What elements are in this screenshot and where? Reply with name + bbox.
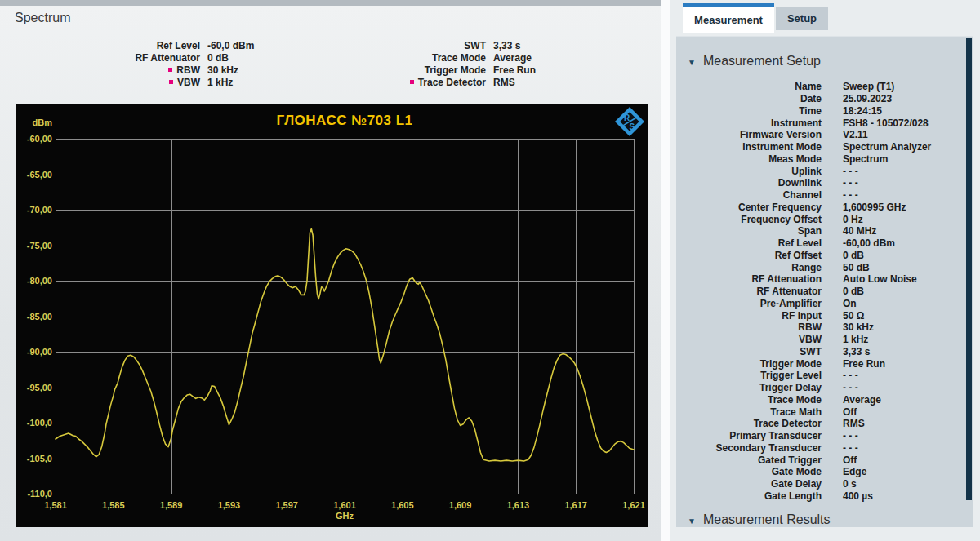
svg-text:-70,00: -70,00 [27, 205, 52, 215]
svg-text:-110,0: -110,0 [27, 489, 52, 499]
setup-row-label: Instrument Mode [676, 141, 822, 153]
section-header-measurement-results[interactable]: ▼ Measurement Results [688, 512, 831, 527]
setup-row-label: Frequency Offset [676, 214, 822, 225]
param-label: VBW [177, 77, 200, 88]
svg-text:-100,0: -100,0 [27, 418, 52, 428]
tab-setup-label: Setup [787, 12, 817, 24]
svg-text:1,597: 1,597 [275, 500, 298, 510]
section-title: Measurement Setup [703, 54, 821, 69]
header-param-row: Trace ModeAverage [351, 51, 536, 64]
setup-row-label: Gated Trigger [676, 455, 822, 466]
header-param-row: RF Attenuator0 dB [65, 51, 254, 64]
setup-row-value: 50 dB [843, 262, 870, 273]
setup-row-label: Trace Detector [676, 418, 822, 429]
pane-divider [662, 0, 670, 541]
setup-row: Date25.09.2023 [676, 93, 964, 105]
setup-row: SWT3,33 s [676, 346, 964, 358]
svg-text:1,601: 1,601 [333, 500, 356, 510]
svg-text:-85,00: -85,00 [27, 312, 52, 321]
setup-row-label: Uplink [676, 166, 822, 177]
header-param-row: RBW30 kHz [65, 64, 254, 76]
setup-row-label: Pre-Amplifier [676, 298, 822, 309]
setup-row: Center Frequency1,600995 GHz [676, 202, 964, 214]
setup-row-value: 50 Ω [843, 310, 864, 321]
setup-row-label: Channel [676, 189, 822, 201]
setup-row-label: Firmware Version [676, 129, 822, 140]
setup-row: Primary Transducer- - - [676, 430, 964, 442]
setup-row-label: Trace Mode [676, 394, 822, 406]
setup-row-label: Ref Level [676, 237, 822, 249]
header-param-row: VBW1 kHz [65, 76, 254, 88]
setup-row-value: 0 Hz [843, 214, 863, 225]
setup-row-value: 40 MHz [843, 225, 876, 237]
section-header-measurement-setup[interactable]: ▼ Measurement Setup [688, 54, 821, 69]
svg-text:-95,00: -95,00 [27, 383, 52, 392]
setup-row: Frequency Offset0 Hz [676, 213, 964, 225]
param-value: -60,0 dBm [207, 40, 254, 51]
setup-row: Pre-AmplifierOn [676, 298, 964, 310]
setup-row-value: Off [843, 406, 857, 418]
setup-row-value: - - - [843, 382, 858, 393]
setup-row-value: 0 dB [843, 286, 864, 297]
header-param-row: SWT3,33 s [351, 39, 536, 51]
svg-text:1,609: 1,609 [449, 500, 472, 510]
param-value: Free Run [493, 64, 536, 76]
param-value: 3,33 s [493, 40, 520, 51]
tab-measurement-label: Measurement [694, 14, 763, 26]
spectrum-plot: ГЛОНАСС №703 L1 dBm GHz -60,00-65,00-70,… [16, 104, 648, 527]
setup-row: Ref Level-60,00 dBm [676, 237, 964, 250]
section-title: Measurement Results [703, 512, 831, 527]
setup-row-label: RF Input [676, 310, 822, 321]
setup-row-label: Trigger Mode [676, 358, 822, 370]
setup-row-value: -60,00 dBm [843, 237, 895, 249]
collapse-triangle-icon[interactable]: ▼ [688, 58, 696, 67]
collapse-triangle-icon[interactable]: ▼ [688, 517, 696, 525]
setup-row-value: Off [843, 455, 857, 466]
param-label: Trigger Mode [425, 64, 486, 76]
param-label: RBW [176, 64, 200, 76]
setup-row: Trace DetectorRMS [676, 418, 964, 430]
setup-row-value: 18:24:15 [843, 105, 882, 117]
tab-setup[interactable]: Setup [776, 7, 828, 30]
window-top-strip [0, 0, 663, 6]
setup-row-value: 400 µs [843, 490, 873, 502]
setup-row: Channel- - - [676, 189, 964, 202]
spectrum-plot-svg: -60,00-65,00-70,00-75,00-80,00-85,00-90,… [16, 104, 648, 527]
setup-row: Trace ModeAverage [676, 394, 964, 406]
svg-text:R: R [624, 113, 630, 122]
measurement-setup-rows: NameSweep (T1)Date25.09.2023Time18:24:15… [676, 81, 964, 502]
svg-text:1,581: 1,581 [44, 500, 67, 510]
trace-marker-icon [169, 80, 173, 84]
setup-row-value: Spectrum Analyzer [843, 141, 931, 153]
setup-row-value: RMS [843, 418, 865, 429]
svg-text:-60,00: -60,00 [27, 134, 52, 144]
setup-row-label: Secondary Transducer [676, 442, 822, 454]
header-params-right: SWT3,33 sTrace ModeAverageTrigger ModeFr… [351, 39, 536, 88]
setup-row: NameSweep (T1) [676, 81, 964, 93]
header-params-left: Ref Level-60,0 dBmRF Attenuator0 dBRBW30… [65, 39, 254, 88]
param-value: 1 kHz [207, 77, 233, 88]
setup-row: Gate Delay0 s [676, 478, 964, 490]
tab-measurement[interactable]: Measurement [683, 3, 774, 33]
svg-text:-80,00: -80,00 [27, 276, 52, 286]
setup-row-value: - - - [843, 189, 858, 201]
svg-text:1,605: 1,605 [391, 500, 414, 510]
param-value: 30 kHz [207, 64, 238, 76]
svg-text:1,585: 1,585 [102, 500, 125, 510]
setup-row-value: 3,33 s [843, 346, 870, 357]
setup-row-value: - - - [843, 177, 858, 188]
setup-row: Gate Length400 µs [676, 490, 964, 503]
setup-row: RF AttenuationAuto Low Noise [676, 273, 964, 286]
setup-row-value: Spectrum [843, 153, 888, 165]
setup-row-value: - - - [843, 166, 858, 177]
setup-row: Gated TriggerOff [676, 454, 964, 466]
setup-row: Trace MathOff [676, 406, 964, 418]
svg-text:-65,00: -65,00 [27, 170, 52, 180]
header-param-row: Trigger ModeFree Run [351, 64, 536, 76]
setup-row-value: Edge [843, 466, 866, 477]
setup-row: Uplink- - - [676, 165, 964, 177]
trace-marker-icon [168, 68, 172, 72]
panel-scrollbar[interactable] [966, 38, 972, 500]
measurement-panel: ▼ Measurement Setup NameSweep (T1)Date25… [676, 36, 973, 527]
setup-row-value: - - - [843, 370, 858, 381]
